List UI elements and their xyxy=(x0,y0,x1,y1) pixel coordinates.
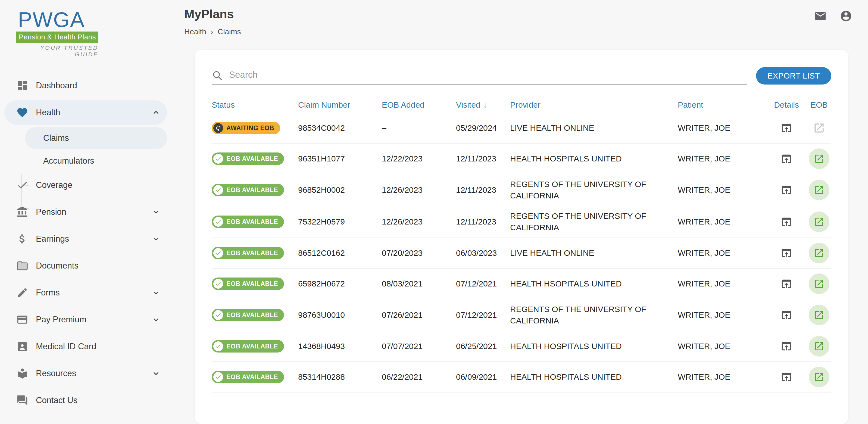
sidebar-item-health[interactable]: Health xyxy=(4,100,167,125)
eob-open-button[interactable] xyxy=(809,148,829,169)
check-icon xyxy=(213,185,223,195)
open-in-browser-icon xyxy=(780,215,793,228)
sidebar-item-contact-us[interactable]: Contact Us xyxy=(4,388,167,413)
details-button[interactable] xyxy=(779,151,794,166)
search-field xyxy=(212,67,747,85)
visited-cell: 06/03/2023 xyxy=(456,247,510,259)
eob-added-cell: 08/03/2021 xyxy=(382,278,456,290)
open-in-new-icon xyxy=(813,122,825,134)
visited-cell: 12/11/2023 xyxy=(456,216,510,228)
heart-icon xyxy=(16,107,28,119)
provider-cell: HEALTH HOSPITALS UNITED xyxy=(510,371,678,383)
eob-open-button[interactable] xyxy=(809,367,829,387)
details-cell xyxy=(766,182,807,198)
status-cell: EOB AVAILABLE xyxy=(212,277,298,290)
column-header-patient[interactable]: Patient xyxy=(678,100,766,110)
sidebar-item-dashboard[interactable]: Dashboard xyxy=(4,73,167,98)
sidebar-item-label: Earnings xyxy=(36,234,151,244)
table-row: EOB AVAILABLE 96852H0002 12/26/2023 12/1… xyxy=(212,174,831,206)
sidebar-item-resources[interactable]: Resources xyxy=(4,361,167,386)
breadcrumb-claims[interactable]: Claims xyxy=(218,27,241,36)
eob-added-cell: 07/07/2021 xyxy=(382,340,456,352)
details-button[interactable] xyxy=(779,182,794,198)
details-cell xyxy=(766,151,807,166)
details-button[interactable] xyxy=(779,120,794,135)
column-header-eob-added[interactable]: EOB Added xyxy=(382,100,456,110)
sidebar-item-label: Claims xyxy=(25,133,69,143)
table-row: EOB AVAILABLE 96351H1077 12/22/2023 12/1… xyxy=(212,144,831,174)
sidebar-nav: Dashboard Health Claims Accumulators xyxy=(4,73,171,413)
chevron-down-icon xyxy=(151,315,161,324)
eob-open-button[interactable] xyxy=(809,118,829,138)
credit-card-icon xyxy=(16,314,28,326)
details-cell xyxy=(766,339,807,354)
eob-open-button[interactable] xyxy=(809,305,829,325)
status-badge: EOB AVAILABLE xyxy=(212,247,284,259)
eob-open-button[interactable] xyxy=(809,336,829,357)
chevron-down-icon xyxy=(151,288,161,297)
breadcrumb-health[interactable]: Health xyxy=(184,27,206,36)
patient-cell: WRITER, JOE xyxy=(678,122,766,134)
sidebar-item-claims[interactable]: Claims xyxy=(25,127,167,149)
sidebar-item-medical-id-card[interactable]: Medical ID Card xyxy=(4,334,167,359)
column-header-eob: EOB xyxy=(807,100,831,110)
sidebar-item-forms[interactable]: Forms xyxy=(4,280,167,305)
main-content: MyPlans Health › Claims xyxy=(171,0,868,424)
details-button[interactable] xyxy=(779,214,794,230)
status-badge: EOB AVAILABLE xyxy=(212,309,284,321)
account-circle-icon[interactable] xyxy=(840,10,852,22)
column-header-visited[interactable]: Visited ↓ xyxy=(456,100,510,110)
sidebar-item-pension[interactable]: Pension xyxy=(4,200,167,224)
table-row: EOB AVAILABLE 85314H0288 06/22/2021 06/0… xyxy=(212,362,831,392)
status-cell: EOB AVAILABLE xyxy=(212,340,298,353)
chevron-down-icon xyxy=(151,234,161,244)
eob-cell xyxy=(807,305,831,325)
sidebar-item-pay-premium[interactable]: Pay Premium xyxy=(4,307,167,332)
mail-icon[interactable] xyxy=(814,10,827,22)
eob-cell xyxy=(807,118,831,138)
claim-number-cell: 86512C0162 xyxy=(298,247,382,259)
chevron-down-icon xyxy=(151,369,161,378)
details-button[interactable] xyxy=(779,245,794,261)
eob-open-button[interactable] xyxy=(809,211,829,232)
export-list-button[interactable]: EXPORT LIST xyxy=(756,67,831,85)
table-row: EOB AVAILABLE 65982H0672 08/03/2021 07/1… xyxy=(212,269,831,299)
sidebar-item-label: Accumulators xyxy=(25,156,94,166)
details-button[interactable] xyxy=(779,369,794,385)
claim-number-cell: 98763U0010 xyxy=(298,309,382,321)
eob-open-button[interactable] xyxy=(809,243,829,263)
search-input[interactable] xyxy=(223,69,747,81)
open-in-browser-icon xyxy=(780,152,793,165)
eob-open-button[interactable] xyxy=(809,180,829,200)
sidebar-item-documents[interactable]: Documents xyxy=(4,253,167,278)
details-button[interactable] xyxy=(779,307,794,323)
sidebar-item-label: Forms xyxy=(36,288,151,298)
patient-cell: WRITER, JOE xyxy=(678,309,766,321)
patient-cell: WRITER, JOE xyxy=(678,278,766,290)
column-header-status[interactable]: Status xyxy=(212,100,298,110)
status-badge: EOB AVAILABLE xyxy=(212,340,284,353)
page-header: MyPlans Health › Claims xyxy=(171,0,868,50)
sidebar-item-accumulators[interactable]: Accumulators xyxy=(25,150,167,172)
eob-cell xyxy=(807,180,831,200)
check-icon xyxy=(16,179,28,191)
eob-open-button[interactable] xyxy=(809,273,829,294)
sidebar-item-earnings[interactable]: Earnings xyxy=(4,227,167,251)
details-button[interactable] xyxy=(779,339,794,354)
visited-cell: 12/11/2023 xyxy=(456,153,510,164)
status-label: EOB AVAILABLE xyxy=(226,154,278,163)
eob-cell xyxy=(807,211,831,232)
column-header-claim-number[interactable]: Claim Number xyxy=(298,100,382,110)
provider-cell: HEALTH HOSPITALS UNITED xyxy=(510,153,678,164)
patient-cell: WRITER, JOE xyxy=(678,153,766,164)
sidebar-item-label: Documents xyxy=(36,261,167,271)
details-button[interactable] xyxy=(779,276,794,291)
details-cell xyxy=(766,369,807,385)
claim-number-cell: 75322H0579 xyxy=(298,216,382,228)
column-header-provider[interactable]: Provider xyxy=(510,100,678,110)
sidebar-item-coverage[interactable]: Coverage xyxy=(4,173,167,197)
status-cell: EOB AVAILABLE xyxy=(212,309,298,321)
visited-cell: 07/12/2021 xyxy=(456,278,510,290)
open-in-browser-icon xyxy=(780,277,793,290)
brand-logo[interactable]: PWGA Pension & Health Plans YOUR TRUSTED… xyxy=(16,8,98,58)
